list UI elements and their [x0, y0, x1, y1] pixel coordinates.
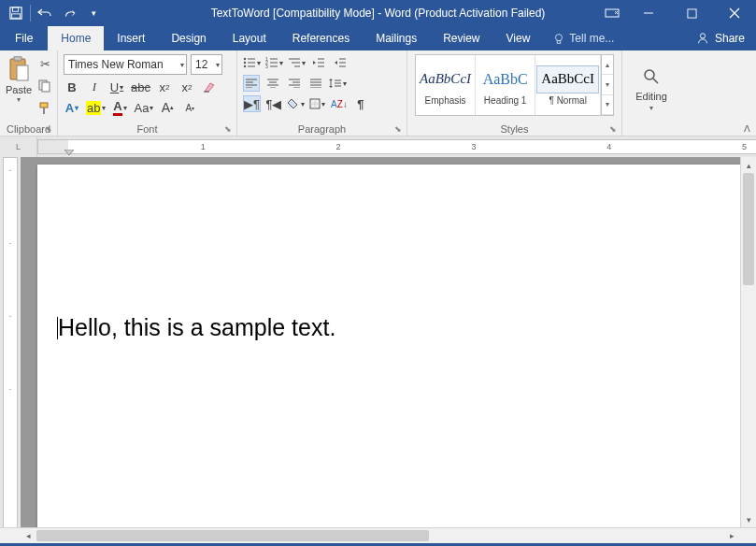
tell-me-label: Tell me... — [569, 32, 614, 45]
save-icon[interactable] — [4, 1, 28, 25]
collapse-ribbon-icon[interactable]: ᐱ — [744, 123, 750, 134]
undo-icon[interactable] — [33, 1, 57, 25]
svg-point-16 — [244, 58, 246, 60]
style-name: ¶ Normal — [549, 95, 586, 106]
paragraph-launcher-icon[interactable]: ⬊ — [394, 124, 404, 134]
tab-review[interactable]: Review — [430, 26, 492, 50]
scroll-left-icon[interactable]: ◂ — [21, 528, 36, 543]
superscript-button[interactable]: x2 — [178, 79, 195, 95]
ribbon-tabs: File Home Insert Design Layout Reference… — [0, 26, 756, 50]
style-down-icon[interactable]: ▾ — [602, 75, 613, 94]
share-button[interactable]: Share — [685, 26, 756, 50]
horizontal-ruler[interactable]: 1 2 3 4 5 — [37, 139, 756, 154]
highlight-icon[interactable]: ab▾ — [86, 99, 106, 116]
text-cursor — [57, 317, 58, 339]
paste-label: Paste — [6, 84, 32, 95]
bold-button[interactable]: B — [64, 79, 80, 95]
multilevel-list-icon[interactable]: ▾ — [288, 54, 306, 71]
group-label-paragraph: Paragraph — [237, 122, 407, 136]
numbering-icon[interactable]: 123▾ — [265, 54, 283, 71]
style-emphasis[interactable]: AaBbCcI Emphasis — [416, 55, 476, 115]
vertical-scrollbar[interactable]: ▴ ▾ — [740, 157, 756, 527]
tab-mailings[interactable]: Mailings — [363, 26, 430, 50]
scroll-right-icon[interactable]: ▸ — [724, 528, 740, 543]
tell-me-search[interactable]: Tell me... — [549, 26, 627, 50]
svg-point-18 — [244, 62, 246, 64]
tab-insert[interactable]: Insert — [104, 26, 158, 50]
clipboard-launcher-icon[interactable]: ⬊ — [45, 124, 54, 134]
close-icon[interactable] — [713, 0, 756, 26]
style-gallery-scroll[interactable]: ▴ ▾ ▾ — [601, 55, 613, 115]
cut-icon[interactable]: ✂ — [36, 54, 54, 73]
tab-layout[interactable]: Layout — [220, 26, 279, 50]
style-more-icon[interactable]: ▾ — [602, 95, 613, 115]
group-paragraph: ▾ 123▾ ▾ ▾ ▶¶ ¶◀ ▾ ▾ AZ↓ ¶ Paragraph ⬊ — [237, 50, 407, 136]
align-left-icon[interactable] — [243, 75, 260, 92]
tab-references[interactable]: References — [279, 26, 363, 50]
minimize-icon[interactable] — [627, 0, 670, 26]
qat-customize-icon[interactable]: ▾ — [81, 1, 106, 25]
font-name-value: Times New Roman — [68, 58, 164, 71]
group-clipboard: Paste ▾ ✂ Clipboard ⬊ — [0, 50, 58, 136]
shrink-font-icon[interactable]: A▾ — [181, 99, 198, 116]
document-text[interactable]: Hello, this is a sample text. — [58, 314, 740, 341]
style-up-icon[interactable]: ▴ — [602, 55, 613, 75]
font-name-select[interactable]: Times New Roman ▾ — [64, 54, 187, 75]
format-painter-icon[interactable] — [36, 99, 54, 118]
decrease-indent-icon[interactable] — [310, 54, 327, 71]
style-preview: AaBbC — [483, 65, 528, 93]
font-launcher-icon[interactable]: ⬊ — [224, 124, 234, 134]
justify-icon[interactable] — [307, 75, 324, 92]
tab-file[interactable]: File — [0, 26, 48, 50]
subscript-button[interactable]: x2 — [156, 79, 173, 95]
style-normal[interactable]: AaBbCcI ¶ Normal — [535, 55, 601, 115]
group-font: Times New Roman ▾ 12 ▾ B I U▾ abc x2 x2 … — [58, 50, 237, 136]
maximize-icon[interactable] — [670, 0, 713, 26]
grow-font-icon[interactable]: A▴ — [159, 99, 176, 116]
clear-formatting-icon[interactable] — [201, 79, 218, 95]
ltr-direction-icon[interactable]: ▶¶ — [243, 95, 261, 112]
vertical-ruler[interactable]: ···· — [0, 157, 21, 527]
quick-access-toolbar: ▾ — [0, 1, 106, 25]
tab-design[interactable]: Design — [158, 26, 219, 50]
line-spacing-icon[interactable]: ▾ — [329, 75, 347, 92]
group-label-font: Font — [58, 122, 236, 136]
scroll-thumb[interactable] — [743, 173, 754, 285]
show-hide-icon[interactable]: ¶ — [352, 95, 369, 112]
text-effects-icon[interactable]: A▾ — [64, 99, 80, 116]
editing-button[interactable]: Editing ▾ — [635, 65, 667, 112]
scroll-up-icon[interactable]: ▴ — [741, 157, 756, 173]
styles-launcher-icon[interactable]: ⬊ — [609, 124, 619, 134]
underline-button[interactable]: U▾ — [108, 79, 125, 95]
change-case-button[interactable]: Aa▾ — [134, 99, 153, 116]
share-label: Share — [715, 32, 745, 45]
copy-icon[interactable] — [36, 77, 54, 95]
scroll-down-icon[interactable]: ▾ — [741, 511, 756, 527]
horizontal-scrollbar[interactable]: ◂ ▸ — [0, 527, 756, 543]
page[interactable]: Hello, this is a sample text. — [37, 165, 740, 527]
shading-icon[interactable]: ▾ — [287, 95, 305, 112]
increase-indent-icon[interactable] — [332, 54, 349, 71]
style-heading1[interactable]: AaBbC Heading 1 — [476, 55, 535, 115]
tab-selector[interactable]: L — [0, 136, 37, 157]
font-size-select[interactable]: 12 ▾ — [191, 54, 222, 75]
paste-button[interactable]: Paste ▾ — [6, 54, 32, 122]
bullets-icon[interactable]: ▾ — [243, 54, 261, 71]
svg-rect-2 — [12, 14, 21, 18]
italic-button[interactable]: I — [86, 79, 103, 95]
align-right-icon[interactable] — [286, 75, 303, 92]
ribbon-options-icon[interactable] — [597, 0, 627, 26]
strikethrough-button[interactable]: abc — [131, 79, 150, 95]
align-center-icon[interactable] — [264, 75, 281, 92]
rtl-direction-icon[interactable]: ¶◀ — [265, 95, 282, 112]
editing-label: Editing — [635, 91, 667, 102]
borders-icon[interactable]: ▾ — [309, 95, 326, 112]
redo-icon[interactable] — [57, 1, 81, 25]
title-bar: ▾ TextToWord [Compatibility Mode] - Word… — [0, 0, 756, 26]
font-color-icon[interactable]: A▾ — [111, 99, 128, 116]
sort-icon[interactable]: AZ↓ — [331, 95, 348, 112]
tab-home[interactable]: Home — [48, 26, 104, 50]
document-viewport[interactable]: Hello, this is a sample text. — [21, 157, 740, 527]
hscroll-thumb[interactable] — [36, 530, 429, 541]
tab-view[interactable]: View — [493, 26, 544, 50]
